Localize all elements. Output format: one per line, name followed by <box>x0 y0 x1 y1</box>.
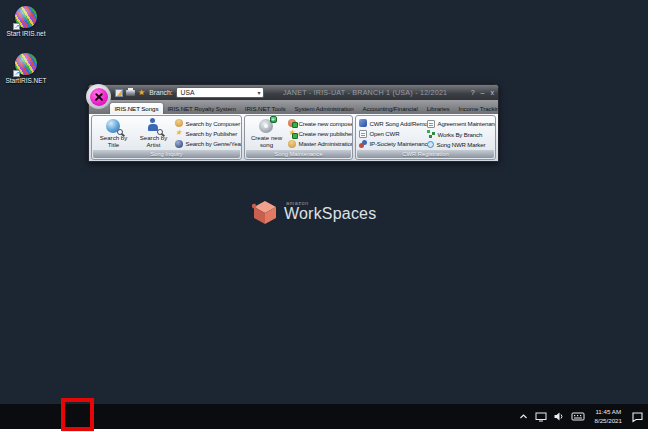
system-tray: 11:45 AM 8/25/2021 <box>518 404 644 429</box>
print-icon[interactable] <box>126 90 135 96</box>
clock-date: 8/25/2021 <box>594 417 622 426</box>
genre-globe-icon <box>175 140 183 148</box>
workspaces-product-text: WorkSpaces <box>284 205 376 223</box>
composer-icon <box>175 119 183 127</box>
screenshot-frame: ↗ Start IRIS.net ↗ StartIRIS.NET amazon … <box>0 0 651 432</box>
tab-system-administration[interactable]: System Administration <box>290 103 358 115</box>
group-caption-song-inquiry: Song Inquiry <box>93 150 240 158</box>
iris-sphere-icon: ↗ <box>15 6 37 28</box>
admin-person-icon <box>288 140 296 148</box>
cwr-add-remove-icon <box>359 119 367 127</box>
action-center-icon[interactable] <box>631 411 644 423</box>
create-new-composer-button[interactable]: Create new composer <box>288 119 349 127</box>
tab-iris-net-tools[interactable]: IRIS.NET Tools <box>240 103 290 115</box>
help-button[interactable]: ? <box>471 89 475 96</box>
tab-iris-net-royalty-system[interactable]: IRIS.NET Royalty System <box>163 103 240 115</box>
magnifier-icon <box>157 129 163 135</box>
society-people-icon <box>359 140 367 148</box>
tab-iris-net-songs[interactable]: IRIS.NET Songs <box>110 103 163 115</box>
search-by-genre-year-button[interactable]: Search by Genre/Year <box>175 140 238 148</box>
desktop-shortcut-startiris-net[interactable]: ↗ StartIRIS.NET <box>0 53 52 84</box>
red-highlight-box <box>61 398 94 431</box>
clock-time: 11:45 AM <box>595 408 621 417</box>
tab-income-tracking[interactable]: Income Tracking <box>454 103 498 115</box>
publisher-star-icon <box>175 130 183 138</box>
nwr-marker-icon <box>427 141 434 148</box>
speaker-icon[interactable] <box>553 411 565 422</box>
workspaces-logo: amazon WorkSpaces <box>252 198 376 225</box>
taskbar: ↗ 11:45 AM <box>0 404 648 429</box>
shortcut-arrow-icon: ↗ <box>13 70 20 77</box>
group-cwr-registration: CWR Song Add/Remove Open CWR IP-Society … <box>355 115 496 160</box>
master-administration-button[interactable]: Master Administration <box>288 140 349 148</box>
app-x-icon <box>90 88 108 106</box>
works-branch-icon <box>427 130 435 138</box>
open-cwr-page-icon <box>359 130 367 138</box>
shortcut-arrow-icon: ↗ <box>13 23 20 30</box>
ribbon-tab-bar: IRIS.NET Songs IRIS.NET Royalty System I… <box>89 100 498 114</box>
agreement-maintenance-button[interactable]: Agreement Maintenance <box>427 120 492 128</box>
chevron-down-icon: ▾ <box>258 89 261 96</box>
edit-icon[interactable] <box>115 89 123 97</box>
group-caption-song-maintenance: Song Maintenance <box>246 150 351 158</box>
open-cwr-button[interactable]: Open CWR <box>359 130 424 138</box>
tab-libraries[interactable]: Libraries <box>422 103 454 115</box>
branch-label: Branch: <box>149 89 172 96</box>
window-title: JANET - IRIS-UAT - BRANCH 1 (USA) - 12/2… <box>264 88 467 97</box>
search-by-composer-button[interactable]: Search by Composer <box>175 119 238 127</box>
works-by-branch-button[interactable]: Works By Branch <box>427 130 492 138</box>
monitor-icon[interactable] <box>535 411 547 422</box>
taskbar-clock[interactable]: 11:45 AM 8/25/2021 <box>591 408 625 425</box>
favorites-star-icon[interactable]: ★ <box>138 89 145 97</box>
star-plus-icon <box>288 130 296 138</box>
desktop: ↗ Start IRIS.net ↗ StartIRIS.NET amazon … <box>0 0 648 404</box>
ribbon-body: Search by Title Search by Artist Search … <box>89 114 498 161</box>
ip-society-maintenance-button[interactable]: IP-Society Maintenance <box>359 140 424 148</box>
song-nwr-marker-button[interactable]: Song NWR Marker <box>427 141 492 148</box>
branch-value: USA <box>181 89 195 96</box>
agreement-page-icon <box>427 120 435 128</box>
desktop-shortcut-label: StartIRIS.NET <box>5 77 46 84</box>
tab-accounting-financial[interactable]: Accounting/Financial <box>358 103 422 115</box>
group-song-maintenance: + Create new song Create new composer Cr… <box>244 115 353 160</box>
create-new-publisher-button[interactable]: Create new publisher <box>288 130 349 138</box>
close-button[interactable]: x <box>491 89 495 96</box>
app-menu-button[interactable] <box>86 84 111 109</box>
search-by-artist-button[interactable]: Search by Artist <box>135 117 172 150</box>
workspaces-cube-icon <box>252 198 278 225</box>
desktop-shortcut-start-iris-net[interactable]: ↗ Start IRIS.net <box>0 6 52 37</box>
group-song-inquiry: Search by Title Search by Artist Search … <box>91 115 242 160</box>
person-plus-icon <box>288 119 296 127</box>
desktop-shortcut-label: Start IRIS.net <box>6 30 45 37</box>
titlebar[interactable]: ★ Branch: USA ▾ JANET - IRIS-UAT - BRANC… <box>89 85 498 100</box>
magnifier-icon <box>117 129 123 135</box>
plus-icon: + <box>270 116 277 123</box>
minimize-button[interactable]: – <box>481 89 485 96</box>
chevron-up-icon[interactable] <box>518 411 529 422</box>
iris-net-window: ★ Branch: USA ▾ JANET - IRIS-UAT - BRANC… <box>88 84 499 162</box>
cwr-song-add-remove-button[interactable]: CWR Song Add/Remove <box>359 119 424 127</box>
search-by-title-button[interactable]: Search by Title <box>95 117 132 150</box>
group-caption-cwr-registration: CWR Registration <box>357 150 494 158</box>
search-by-publisher-button[interactable]: Search by Publisher <box>175 130 238 138</box>
create-new-song-button[interactable]: + Create new song <box>248 117 285 150</box>
keyboard-icon[interactable] <box>571 411 585 422</box>
branch-combobox[interactable]: USA ▾ <box>176 87 264 98</box>
iris-sphere-icon: ↗ <box>15 53 37 75</box>
